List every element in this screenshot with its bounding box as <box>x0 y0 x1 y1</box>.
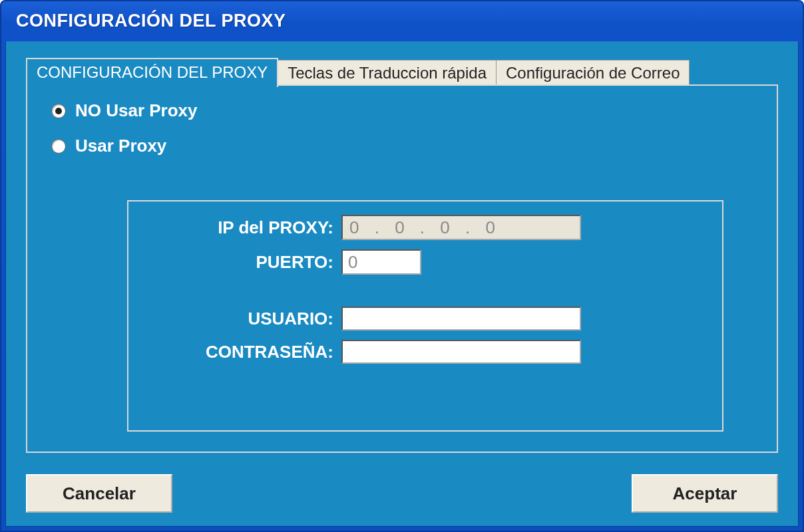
tabstrip: CONFIGURACIÓN DEL PROXY Teclas de Traduc… <box>26 59 778 86</box>
button-label: Aceptar <box>673 483 737 503</box>
field-row-port: PUERTO: <box>148 249 702 275</box>
radio-no-proxy[interactable]: NO Usar Proxy <box>51 100 777 121</box>
field-row-ip: IP del PROXY: <box>148 215 702 240</box>
client-area: CONFIGURACIÓN DEL PROXY Teclas de Traduc… <box>5 41 799 527</box>
tab-proxy-config[interactable]: CONFIGURACIÓN DEL PROXY <box>26 58 278 87</box>
tab-label: Configuración de Correo <box>506 64 680 82</box>
password-label: CONTRASEÑA: <box>148 342 341 362</box>
port-label: PUERTO: <box>148 252 341 273</box>
cancel-button[interactable]: Cancelar <box>26 474 172 513</box>
field-row-password: CONTRASEÑA: <box>148 340 702 364</box>
user-input[interactable] <box>341 307 581 331</box>
tab-translation-keys[interactable]: Teclas de Traduccion rápida <box>278 60 497 86</box>
accept-button[interactable]: Aceptar <box>632 474 778 513</box>
radio-icon <box>51 104 66 118</box>
tab-panel-proxy: NO Usar Proxy Usar Proxy IP del PROXY: P… <box>26 84 778 453</box>
radio-label: NO Usar Proxy <box>75 100 198 121</box>
window-title: CONFIGURACIÓN DEL PROXY <box>16 11 788 31</box>
radio-use-proxy[interactable]: Usar Proxy <box>51 136 777 156</box>
radio-label: Usar Proxy <box>75 136 166 156</box>
titlebar: CONFIGURACIÓN DEL PROXY <box>1 1 803 41</box>
spacer <box>148 284 702 307</box>
user-label: USUARIO: <box>148 309 341 329</box>
proxy-settings-box: IP del PROXY: PUERTO: USUARIO: CONTRASEÑ… <box>127 200 723 432</box>
password-input[interactable] <box>341 340 581 364</box>
ip-label: IP del PROXY: <box>148 217 341 238</box>
tab-mail-config[interactable]: Configuración de Correo <box>497 60 690 86</box>
field-row-user: USUARIO: <box>148 307 702 331</box>
tab-label: CONFIGURACIÓN DEL PROXY <box>37 63 268 81</box>
button-label: Cancelar <box>63 483 136 503</box>
ip-input[interactable] <box>341 215 581 240</box>
dialog-button-row: Cancelar Aceptar <box>26 474 778 513</box>
dialog-window: CONFIGURACIÓN DEL PROXY CONFIGURACIÓN DE… <box>0 0 804 532</box>
proxy-radio-group: NO Usar Proxy Usar Proxy <box>51 100 777 156</box>
radio-icon <box>51 139 66 154</box>
tab-label: Teclas de Traduccion rápida <box>288 64 487 82</box>
port-input[interactable] <box>341 249 421 275</box>
